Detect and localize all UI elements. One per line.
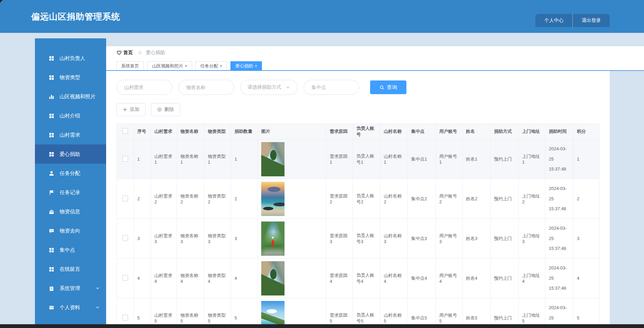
cell-village_name: 山村名称1 — [380, 139, 408, 179]
cell-village_need: 山村需求3 — [151, 219, 177, 258]
row-checkbox[interactable] — [122, 195, 128, 201]
search-button[interactable]: 查询 — [370, 80, 406, 94]
tab-videos-photos[interactable]: 山区视频和照片× — [147, 61, 192, 70]
cell-seq: 4 — [134, 258, 151, 298]
circle-cross-icon — [157, 107, 162, 112]
sidebar-menu: 山村负责人物资类型山区视频和照片山村介绍山村需求爱心捐助任务分配任务记录物资信息… — [35, 38, 106, 328]
cell-collection_point: 集中点5 — [408, 298, 436, 328]
sidebar-item-material-destination[interactable]: 物资去向 — [35, 221, 106, 240]
column-header-seq: 序号 — [134, 124, 151, 139]
chevron-down-icon — [95, 286, 100, 291]
flag-icon — [49, 190, 54, 195]
collection-point-input-wrap — [304, 80, 359, 95]
column-header-village_name: 山村名称 — [380, 124, 408, 139]
row-checkbox[interactable] — [122, 315, 128, 320]
cell-village_name: 山村名称3 — [380, 219, 408, 258]
collection-point-input[interactable] — [311, 84, 352, 90]
cell-material_type: 物资类型3 — [204, 219, 231, 258]
cell-points: 5 — [573, 298, 599, 328]
tab-label: 任务分配 — [200, 63, 218, 69]
search-icon — [379, 85, 384, 90]
cell-name: 姓名5 — [463, 298, 491, 328]
chevron-down-icon — [95, 305, 100, 310]
sidebar-item-village-leader[interactable]: 山村负责人 — [35, 49, 106, 68]
tab-close-icon[interactable]: × — [220, 64, 222, 68]
cell-donation_method: 预约上门 — [491, 298, 519, 328]
chart-icon — [49, 94, 54, 100]
sidebar-item-label: 爱心捐助 — [60, 151, 80, 157]
briefcase-icon — [49, 209, 54, 215]
cell-donation_method: 预约上门 — [491, 219, 519, 258]
sidebar-item-label: 物资信息 — [60, 209, 80, 215]
mountain-pine-photo — [261, 261, 285, 295]
material-name-input[interactable] — [186, 84, 227, 90]
select-all-checkbox[interactable] — [122, 128, 128, 134]
cell-quantity: 5 — [231, 298, 258, 328]
sidebar-item-profile[interactable]: 个人资料 — [35, 298, 106, 317]
cell-leader_account: 负责人账号1 — [353, 139, 380, 179]
village-need-input[interactable] — [124, 84, 165, 90]
tab-close-icon[interactable]: × — [255, 64, 257, 68]
sidebar-item-system-manage[interactable]: 系统管理 — [35, 279, 106, 298]
row-select-cell — [117, 139, 134, 179]
grid-icon — [49, 132, 54, 138]
tab-label: 系统首页 — [121, 63, 139, 69]
cell-leader_account: 负责人账号2 — [353, 179, 380, 219]
table-row: 4山村需求4物资名称4物资类型44需求原因4负责人账号4山村名称4集中点4用户账… — [117, 258, 599, 298]
heart-icon — [116, 50, 122, 55]
sidebar-item-collection-point[interactable]: 集中点 — [35, 240, 106, 260]
donation-method-placeholder: 请选择捐助方式 — [248, 84, 281, 90]
cell-name: 姓名2 — [463, 179, 491, 219]
cell-photo — [258, 298, 326, 328]
cell-collection_point: 集中点2 — [408, 179, 436, 219]
sidebar-item-label: 物资类型 — [60, 74, 80, 81]
user-icon — [49, 171, 54, 176]
cell-seq: 5 — [134, 298, 151, 328]
sidebar-item-village-intro[interactable]: 山村介绍 — [35, 106, 106, 125]
sidebar-item-material-info[interactable]: 物资信息 — [35, 202, 106, 221]
delete-button[interactable]: 删除 — [151, 103, 180, 116]
material-name-input-wrap — [178, 80, 234, 95]
sidebar-item-label: 在线留言 — [60, 266, 80, 273]
app-window: 偏远山区捐助管理系统 个人中心退出登录 山村负责人物资类型山区视频和照片山村介绍… — [0, 0, 644, 328]
cell-material_name: 物资名称4 — [177, 258, 204, 298]
sidebar-item-village-needs[interactable]: 山村需求 — [35, 125, 106, 144]
logout-button[interactable]: 退出登录 — [572, 14, 610, 27]
tab-label: 爱心捐助 — [235, 63, 253, 69]
row-select-cell — [117, 219, 134, 258]
cell-donation_time: 2024-03-25 15:37:48 — [545, 179, 573, 219]
sidebar-item-videos-photos[interactable]: 山区视频和照片 — [35, 87, 106, 106]
cell-address: 上门地址1 — [519, 139, 545, 179]
row-checkbox[interactable] — [122, 275, 128, 281]
cell-donation_method: 预约上门 — [491, 258, 519, 298]
row-checkbox[interactable] — [122, 156, 128, 162]
donation-method-select[interactable]: 请选择捐助方式 — [240, 80, 298, 95]
sidebar-item-material-type[interactable]: 物资类型 — [35, 68, 106, 87]
app-title: 偏远山区捐助管理系统 — [0, 11, 120, 22]
sidebar-item-task-record[interactable]: 任务记录 — [35, 183, 106, 202]
profile-center-button[interactable]: 个人中心 — [535, 14, 572, 27]
cell-donation_method: 预约上门 — [491, 139, 519, 179]
tab-home[interactable]: 系统首页 — [116, 61, 144, 70]
cell-photo — [258, 258, 326, 298]
grid-icon — [49, 266, 54, 272]
sidebar-item-label: 山村介绍 — [60, 113, 80, 119]
plus-icon — [123, 107, 127, 112]
column-header-user_account: 用户账号 — [436, 124, 463, 139]
tab-close-icon[interactable]: × — [185, 64, 187, 68]
cell-collection_point: 集中点3 — [408, 219, 436, 258]
sidebar-item-online-message[interactable]: 在线留言 — [35, 260, 106, 279]
main-area: 首页 爱心捐助 系统首页山区视频和照片×任务分配×爱心捐助× 请选择捐助方式 — [106, 46, 644, 328]
content-panel: 请选择捐助方式 查询 添加 — [106, 71, 610, 328]
header-select-all-cell — [117, 124, 134, 139]
tab-love-donation[interactable]: 爱心捐助× — [230, 61, 262, 70]
cell-reason: 需求原因5 — [326, 298, 353, 328]
tab-task-assign[interactable]: 任务分配× — [195, 61, 227, 70]
sidebar-item-love-donation[interactable]: 爱心捐助 — [35, 144, 106, 164]
breadcrumb-home[interactable]: 首页 — [123, 50, 133, 56]
row-checkbox[interactable] — [122, 235, 128, 241]
cell-leader_account: 负责人账号3 — [353, 219, 380, 258]
sidebar-item-task-assign[interactable]: 任务分配 — [35, 164, 106, 183]
add-button[interactable]: 添加 — [116, 103, 146, 116]
cell-photo — [258, 139, 326, 179]
